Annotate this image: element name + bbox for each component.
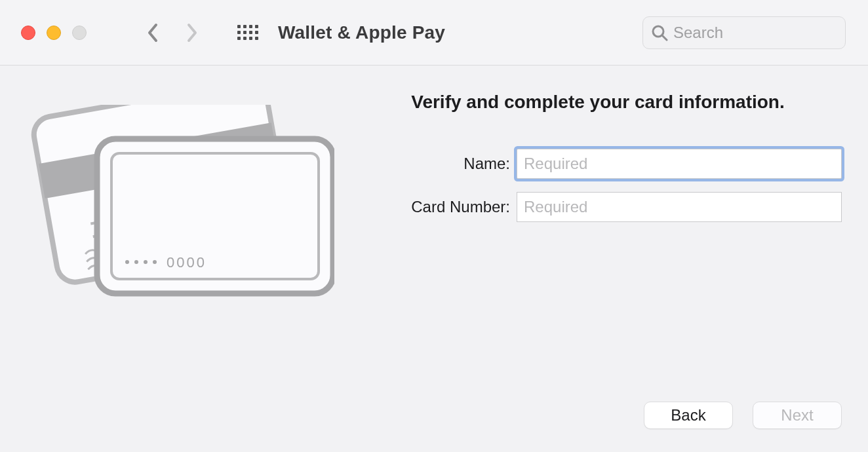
svg-rect-6 [97,139,333,293]
svg-line-1 [662,35,667,40]
svg-point-10 [144,260,148,264]
chevron-left-icon [147,23,159,43]
name-field-row: Name: [354,149,842,179]
svg-point-11 [153,260,157,264]
cards-illustration: 0000 [20,85,354,432]
window-title: Wallet & Apple Pay [278,22,445,43]
name-input[interactable] [517,149,842,179]
search-icon [651,24,668,41]
next-button: Next [753,402,842,429]
svg-point-9 [134,260,138,264]
all-preferences-grid-button[interactable] [237,25,258,40]
traffic-lights [21,26,87,40]
card-number-label: Card Number: [354,198,517,216]
search-input[interactable] [673,24,837,42]
page-heading: Verify and complete your card informatio… [354,92,842,113]
back-button[interactable]: Back [644,402,733,429]
forward-nav-button [186,23,198,43]
card-last4: 0000 [167,254,207,271]
back-nav-button[interactable] [147,23,159,43]
footer-actions: Back Next [644,402,868,452]
chevron-right-icon [186,23,198,43]
search-field-wrapper[interactable] [642,16,846,49]
form-area: Verify and complete your card informatio… [354,85,842,432]
main-content: 0000 Verify and complete your card infor… [0,66,868,432]
close-window-button[interactable] [21,26,35,40]
minimize-window-button[interactable] [47,26,61,40]
zoom-window-button [72,26,87,40]
nav-arrows [147,23,198,43]
name-label: Name: [354,155,517,173]
card-number-input[interactable] [517,192,842,222]
window-toolbar: Wallet & Apple Pay [0,0,868,66]
svg-point-8 [125,260,129,264]
card-number-field-row: Card Number: [354,192,842,222]
